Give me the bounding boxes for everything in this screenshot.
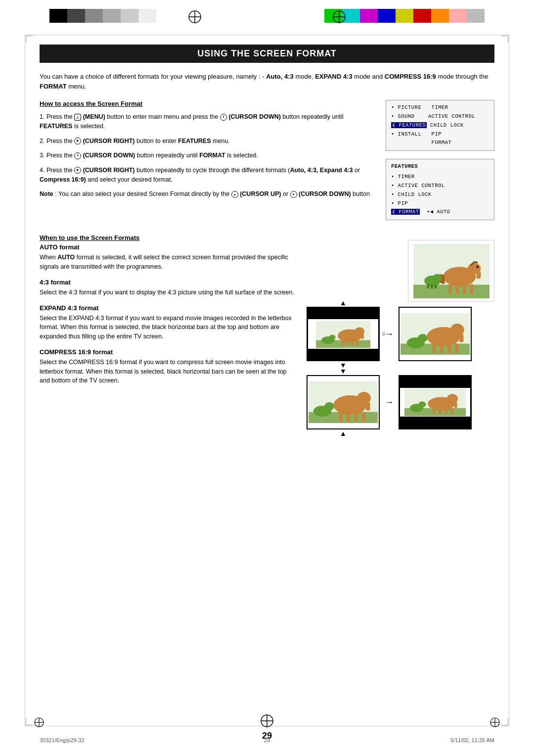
menu-item-picture: • PICTURE TIMER [391,103,489,112]
cursor-down-icon-1 [220,114,227,121]
step-3: 3. Press the (CURSOR DOWN) button repeat… [40,151,376,160]
format43-text: Select the 4:3 format if you want to dis… [40,288,297,297]
svg-point-40 [329,334,335,340]
svg-rect-46 [432,344,436,354]
svg-rect-21 [455,284,459,294]
svg-rect-68 [433,408,435,414]
compress-before-svg [309,377,378,427]
footer-center: 29 [264,737,270,743]
cursor-down-icon-2 [74,152,81,159]
compress-black-bottom [400,417,470,427]
svg-rect-48 [447,344,451,354]
svg-rect-71 [451,408,453,414]
color-block-magenta [360,9,378,23]
svg-point-73 [418,401,426,407]
format43-heading: 4:3 format [40,279,297,286]
color-block-gray [85,9,103,23]
svg-rect-37 [352,340,354,345]
cursor-up-icon [231,191,238,198]
color-block-darkgray [67,9,85,23]
svg-rect-20 [448,284,452,294]
expand-content-area [308,319,378,349]
color-strip [324,9,485,23]
svg-rect-58 [347,412,350,422]
cursor-down-icon-note [290,191,297,198]
color-block-pink [449,9,467,23]
menu-item-install: • INSTALL PIP [391,130,489,139]
grayscale-strip [49,9,156,23]
compress-black-top [400,377,470,388]
compress169-images: ▼ [307,375,494,429]
note-text: Note : You can also select your desired … [40,189,376,199]
corner-mark-tl [26,36,33,43]
compress-after [399,375,472,429]
svg-rect-47 [440,344,444,354]
format-highlight: ❮ FORMAT [391,209,420,215]
intro-text: You can have a choice of different forma… [40,72,494,91]
horse-image-container [307,240,494,302]
when-to-use-section: When to use the Screen Formats AUTO form… [40,234,297,385]
color-block-lightgray [103,9,121,23]
format-images: ▲ [307,225,494,433]
color-block-black [49,9,67,23]
svg-rect-67 [454,402,457,408]
step-1: 1. Press the ≡ (MENU) button to enter ma… [40,112,376,132]
menu-item2-active: • ACTIVE CONTROL [391,182,489,190]
expand-black-bottom [308,349,378,359]
svg-rect-28 [431,284,433,288]
svg-rect-35 [342,340,344,345]
left-instructions: How to access the Screen Format 1. Press… [40,100,376,220]
expand-after-svg [400,308,470,360]
auto-format-section: AUTO format When AUTO format is selected… [40,243,297,272]
compress-before: ▼ [307,375,380,429]
cursor-right-icon-1 [74,138,81,144]
features-highlight: ❮ FEATURES [391,122,427,128]
color-block-silver [121,9,138,23]
svg-rect-56 [366,402,370,411]
when-to-use-heading: When to use the Screen Formats [40,234,297,241]
svg-rect-60 [362,412,365,422]
expand-after [399,307,472,361]
top-right-crosshair [332,10,346,25]
svg-rect-36 [347,340,349,345]
color-block-yellow [396,9,413,23]
expand43-text: Select the EXPAND 4:3 format if you want… [40,314,297,341]
svg-rect-22 [463,284,466,294]
menu-item2-pip: • PIP [391,199,489,208]
color-block-blue [378,9,396,23]
svg-point-24 [476,266,478,268]
expand-side-lines: ⊪ [382,331,387,337]
expand-up-arrow: ▲ [340,299,347,307]
expand-horse-svg [311,321,375,348]
menu-title-features: FEATURES [391,162,489,171]
main-content: USING THE SCREEN FORMAT You can have a c… [40,45,494,716]
page-title: USING THE SCREEN FORMAT [40,45,494,63]
footer-right: 5/11/02, 11:35 AM [450,737,494,743]
footer-left: 30321/Eng/p29-32 [40,737,85,743]
cursor-right-icon-2 [74,167,81,174]
svg-rect-29 [434,284,436,288]
corner-mark-bl [26,718,33,725]
menu-box-2: FEATURES • TIMER • ACTIVE CONTROL • CHIL… [386,159,494,220]
step-4: 4. Press the (CURSOR RIGHT) button repea… [40,166,376,185]
horse-svg-43 [412,244,491,298]
svg-rect-45 [459,334,463,342]
format43-section: 4:3 format Select the 4:3 format if you … [40,279,297,297]
horse-image-43 [408,240,494,302]
color-block-red [413,9,431,23]
corner-mark-tr [501,36,508,43]
svg-rect-57 [339,412,343,422]
step-2: 2. Press the (CURSOR RIGHT) button to en… [40,137,376,146]
compress-arrow: → [385,397,394,408]
compress-content [308,376,379,428]
instructions-section: How to access the Screen Format 1. Press… [40,100,494,220]
expand43-images: ▲ [307,307,494,361]
menu-item2-childlock: • CHILD LOCK [391,190,489,199]
menu-item-sound: • SOUND ACTIVE CONTROL [391,112,489,121]
svg-rect-70 [445,408,447,414]
svg-rect-49 [455,344,459,354]
expand-after-content [400,308,471,360]
svg-rect-19 [476,271,481,279]
menu-box-1: • PICTURE TIMER • SOUND ACTIVE CONTROL ❮… [386,100,494,151]
menu-item2-timer: • TIMER [391,173,489,182]
